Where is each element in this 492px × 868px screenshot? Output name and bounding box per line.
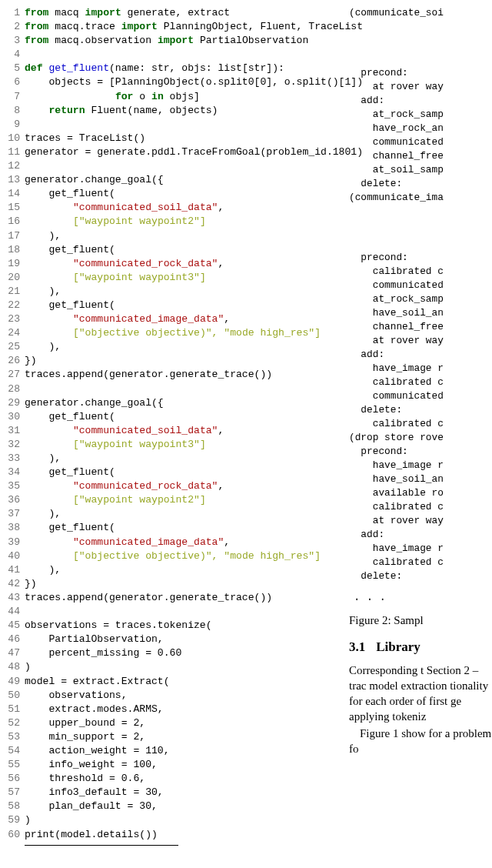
code-content: generator = generate.pddl.TraceFromGoal(… — [25, 145, 363, 159]
code-line: 16 ["waypoint waypoint2"] — [5, 215, 335, 229]
code-line: 38 get_fluent( — [5, 521, 335, 535]
code-line: 49model = extract.Extract( — [5, 675, 335, 689]
line-number: 60 — [5, 828, 25, 842]
line-number: 15 — [5, 201, 25, 215]
line-number: 8 — [5, 104, 25, 118]
code-content — [25, 159, 335, 173]
code-content: ["waypoint waypoint3"] — [25, 438, 335, 452]
code-line: 15 "communicated_soil_data", — [5, 201, 335, 215]
code-content: get_fluent( — [25, 243, 335, 257]
figure-caption: Figure 2: Sampl — [349, 614, 492, 627]
code-content — [25, 48, 335, 62]
code-content: def get_fluent(name: str, objs: list[str… — [25, 62, 335, 75]
code-line: 17 ), — [5, 229, 335, 243]
code-line: 39 "communicated_image_data", — [5, 536, 335, 549]
line-number: 16 — [5, 215, 25, 229]
output-block-2: precond: calibrated c communicated at_ro… — [349, 251, 492, 583]
paragraph: Figure 1 show for a problem fo — [349, 726, 492, 756]
line-number: 18 — [5, 243, 25, 257]
line-number: 42 — [5, 577, 25, 591]
code-content: }) — [25, 354, 335, 368]
code-line: 12 — [5, 159, 335, 173]
code-content: ), — [25, 285, 335, 299]
code-content: ) — [25, 813, 335, 827]
line-number: 50 — [5, 689, 25, 703]
code-line: 13generator.change_goal({ — [5, 173, 335, 187]
code-content: ), — [25, 229, 335, 243]
code-line: 9 — [5, 118, 335, 132]
code-line: 30 get_fluent( — [5, 410, 335, 424]
code-content: observations = traces.tokenize( — [25, 619, 335, 633]
line-number: 57 — [5, 786, 25, 800]
code-content: print(model.details()) — [25, 828, 335, 842]
code-content: "communicated_image_data", — [25, 312, 335, 326]
code-line: 50 observations, — [5, 689, 335, 703]
code-content: }) — [25, 577, 335, 591]
line-number: 7 — [5, 90, 25, 104]
code-line: 35 "communicated_rock_data", — [5, 479, 335, 493]
code-line: 8 return Fluent(name, objects) — [5, 104, 335, 118]
line-number: 29 — [5, 396, 25, 410]
code-line: 7 for o in objs] — [5, 90, 335, 104]
code-line: 25 ), — [5, 340, 335, 354]
code-line: 27traces.append(generator.generate_trace… — [5, 368, 335, 382]
code-line: 53 min_support = 2, — [5, 730, 335, 744]
code-content: upper_bound = 2, — [25, 716, 335, 730]
line-number: 52 — [5, 716, 25, 730]
code-line: 55 info_weight = 100, — [5, 758, 335, 772]
code-content: PartialObservation, — [25, 633, 335, 646]
line-number: 20 — [5, 271, 25, 285]
code-content: generator.change_goal({ — [25, 396, 335, 410]
line-number: 25 — [5, 340, 25, 354]
code-line: 11generator = generate.pddl.TraceFromGoa… — [5, 145, 335, 159]
line-number: 32 — [5, 438, 25, 452]
figure-rule — [25, 845, 178, 846]
line-number: 26 — [5, 354, 25, 368]
code-line: 22 get_fluent( — [5, 299, 335, 312]
code-line: 56 threshold = 0.6, — [5, 772, 335, 786]
line-number: 19 — [5, 257, 25, 271]
code-line: 54 action_weight = 110, — [5, 744, 335, 758]
code-line: 1from macq import generate, extract — [5, 6, 335, 20]
code-content: model = extract.Extract( — [25, 675, 335, 689]
code-content: ["objective objective)", "mode high_res"… — [25, 549, 335, 563]
code-content: get_fluent( — [25, 466, 335, 479]
line-number: 2 — [5, 20, 25, 34]
code-content: threshold = 0.6, — [25, 772, 335, 786]
line-number: 38 — [5, 521, 25, 535]
code-content: from macq import generate, extract — [25, 6, 335, 20]
code-content: get_fluent( — [25, 521, 335, 535]
code-line: 60print(model.details()) — [5, 828, 335, 842]
code-content: "communicated_soil_data", — [25, 201, 335, 215]
line-number: 37 — [5, 507, 25, 521]
code-line: 58 plan_default = 30, — [5, 800, 335, 813]
code-content — [25, 382, 335, 396]
code-content: percent_missing = 0.60 — [25, 646, 335, 660]
code-line: 6 objects = [PlanningObject(o.split0[0],… — [5, 75, 335, 89]
line-number: 45 — [5, 619, 25, 633]
line-number: 6 — [5, 75, 25, 89]
code-content: "communicated_rock_data", — [25, 479, 335, 493]
code-content: traces.append(generator.generate_trace()… — [25, 368, 335, 382]
line-number: 35 — [5, 479, 25, 493]
line-number: 34 — [5, 466, 25, 479]
text-column: (communicate_soi precond: at rover way a… — [338, 0, 492, 868]
code-column: 1from macq import generate, extract2from… — [0, 0, 338, 868]
code-content: action_weight = 110, — [25, 744, 335, 758]
line-number: 49 — [5, 675, 25, 689]
code-line: 32 ["waypoint waypoint3"] — [5, 438, 335, 452]
ellipsis: . . . — [354, 591, 492, 603]
line-number: 28 — [5, 382, 25, 396]
code-content: get_fluent( — [25, 410, 335, 424]
body-text: Corresponding t Section 2 – trac model e… — [349, 663, 492, 756]
code-content: for o in objs] — [25, 90, 335, 104]
code-line: 34 get_fluent( — [5, 466, 335, 479]
line-number: 31 — [5, 424, 25, 438]
line-number: 41 — [5, 563, 25, 577]
code-line: 23 "communicated_image_data", — [5, 312, 335, 326]
line-number: 44 — [5, 605, 25, 619]
code-content: return Fluent(name, objects) — [25, 104, 335, 118]
section-number: 3.1 — [349, 639, 365, 654]
line-number: 30 — [5, 410, 25, 424]
code-content: generator.change_goal({ — [25, 173, 335, 187]
